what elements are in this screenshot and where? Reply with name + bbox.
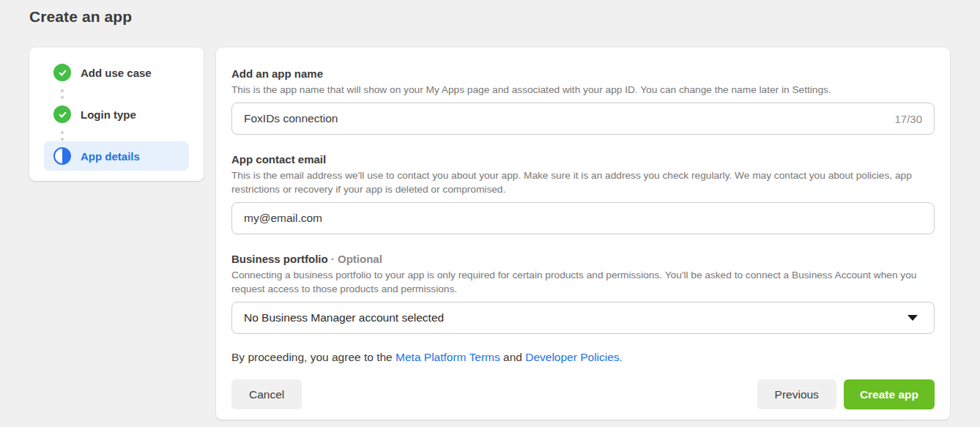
app-name-section: Add an app name This is the app name tha…	[231, 67, 935, 135]
terms-and: and	[500, 351, 525, 363]
connector-dot	[61, 131, 64, 134]
previous-button[interactable]: Previous	[757, 379, 836, 409]
step-add-use-case[interactable]: Add use case	[44, 58, 189, 87]
check-icon	[53, 64, 71, 81]
page-title: Create an app	[29, 8, 132, 26]
app-name-description: This is the app name that will show on y…	[231, 83, 935, 97]
step-label: App details	[81, 150, 140, 163]
optional-text: · Optional	[331, 253, 382, 265]
actions-bar: Cancel Previous Create app	[231, 379, 935, 409]
contact-email-description: This is the email address we'll use to c…	[231, 168, 935, 196]
step-login-type[interactable]: Login type	[44, 100, 189, 129]
business-portfolio-label-text: Business portfolio	[231, 253, 328, 265]
contact-email-label: App contact email	[231, 152, 935, 167]
meta-platform-terms-link[interactable]: Meta Platform Terms	[396, 351, 500, 363]
app-name-char-counter: 17/30	[894, 113, 922, 125]
step-label: Add use case	[81, 67, 152, 79]
step-label: Login type	[81, 108, 136, 121]
cancel-button[interactable]: Cancel	[231, 379, 302, 409]
app-name-input[interactable]	[244, 112, 886, 125]
connector-dot	[61, 96, 64, 99]
check-icon	[53, 105, 71, 123]
connector-dot	[61, 138, 64, 141]
app-details-form: Add an app name This is the app name tha…	[216, 48, 950, 420]
app-name-label: Add an app name	[231, 67, 935, 81]
create-app-button[interactable]: Create app	[844, 379, 935, 409]
contact-email-input[interactable]	[244, 212, 922, 225]
business-portfolio-description: Connecting a business portfolio to your …	[231, 268, 935, 296]
contact-email-section: App contact email This is the email addr…	[231, 152, 935, 234]
stepper-sidebar: Add use case Login type App details	[29, 48, 204, 181]
business-portfolio-section: Business portfolio · Optional Connecting…	[231, 252, 935, 334]
caret-down-icon	[907, 315, 918, 321]
developer-policies-link[interactable]: Developer Policies.	[525, 351, 623, 363]
terms-prefix: By proceeding, you agree to the	[231, 351, 396, 363]
step-connector	[61, 129, 189, 141]
app-name-input-box: 17/30	[231, 103, 935, 135]
contact-email-input-box	[231, 202, 935, 234]
connector-dot	[61, 89, 64, 92]
business-portfolio-select[interactable]: No Business Manager account selected	[231, 302, 935, 334]
half-circle-progress-icon	[53, 147, 71, 165]
business-portfolio-label: Business portfolio · Optional	[231, 252, 935, 267]
step-app-details[interactable]: App details	[44, 141, 189, 171]
actions-right-group: Previous Create app	[757, 379, 935, 409]
terms-text: By proceeding, you agree to the Meta Pla…	[231, 350, 935, 365]
step-connector	[61, 87, 189, 100]
optional-badge: · Optional	[331, 253, 382, 265]
business-portfolio-selected-value: No Business Manager account selected	[244, 311, 444, 324]
